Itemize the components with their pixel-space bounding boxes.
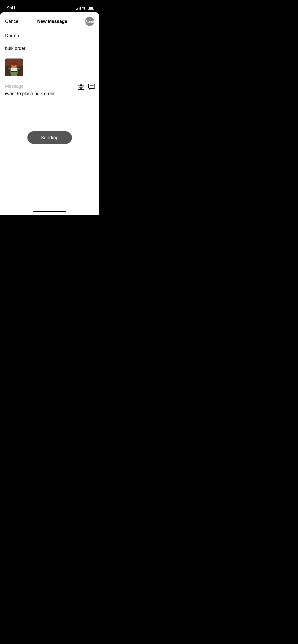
message-input[interactable]: iwant to place bulk order xyxy=(5,91,94,96)
svg-rect-8 xyxy=(8,68,11,69)
to-value[interactable]: Darren xyxy=(5,33,19,38)
signal-icon xyxy=(76,7,81,10)
wifi-icon xyxy=(82,7,86,10)
home-indicator xyxy=(33,211,66,212)
svg-rect-9 xyxy=(17,68,20,69)
subject-field-row: bulk order xyxy=(0,42,99,55)
cancel-button[interactable]: Cancel xyxy=(5,19,19,24)
battery-icon xyxy=(88,7,94,10)
message-action-icons xyxy=(77,83,95,90)
compose-sheet: Cancel New Message Send Darren bulk orde… xyxy=(0,12,99,215)
attachment-row xyxy=(0,55,99,80)
svg-rect-16 xyxy=(80,84,82,86)
svg-rect-18 xyxy=(89,84,95,89)
camera-icon[interactable] xyxy=(77,83,85,90)
send-button[interactable]: Send xyxy=(85,17,94,26)
status-icons xyxy=(76,7,94,10)
sending-button[interactable]: Sending xyxy=(27,131,72,144)
message-bubble-icon[interactable] xyxy=(88,83,95,90)
svg-rect-10 xyxy=(11,71,14,76)
message-area[interactable]: Message iwant to place bulk order xyxy=(0,80,99,99)
attachment-thumbnail[interactable] xyxy=(5,58,23,76)
status-time: 9:41 xyxy=(7,6,16,11)
svg-point-17 xyxy=(83,86,84,87)
to-field-row: Darren xyxy=(0,30,99,42)
svg-point-15 xyxy=(80,87,82,88)
subject-value[interactable]: bulk order xyxy=(5,46,25,51)
page-title: New Message xyxy=(37,19,67,24)
svg-rect-11 xyxy=(14,71,17,76)
svg-rect-12 xyxy=(11,71,17,72)
svg-rect-7 xyxy=(11,63,17,65)
status-bar: 9:41 xyxy=(0,0,99,13)
nav-bar: Cancel New Message Send xyxy=(0,12,99,30)
